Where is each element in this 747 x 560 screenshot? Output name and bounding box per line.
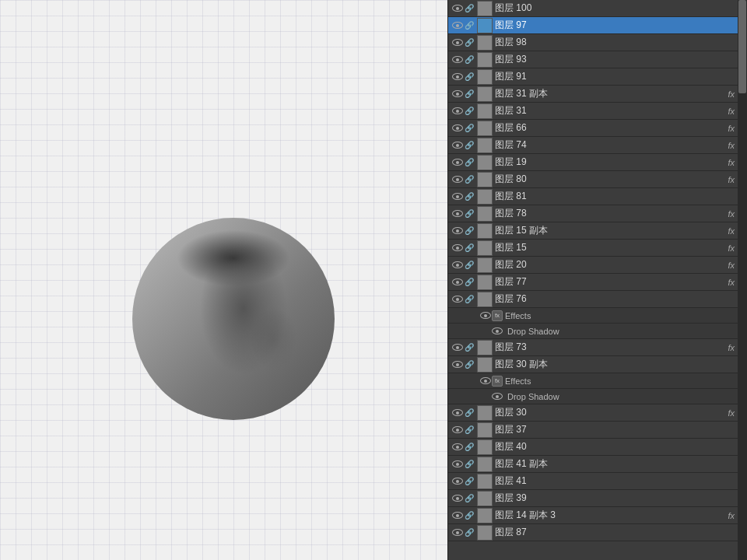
link-icon[interactable]: 🔗 <box>464 106 475 117</box>
link-icon[interactable]: 🔗 <box>464 527 475 538</box>
layer-row[interactable]: 🔗图层 76 <box>448 291 738 308</box>
link-icon[interactable]: 🔗 <box>464 260 475 271</box>
eye-icon[interactable] <box>451 459 464 470</box>
layer-name: 图层 97 <box>495 19 735 32</box>
eye-icon[interactable] <box>451 106 464 117</box>
layer-thumbnail <box>477 189 493 205</box>
link-icon[interactable]: 🔗 <box>464 459 475 470</box>
layer-row[interactable]: 🔗图层 37 <box>448 422 738 439</box>
link-icon[interactable]: 🔗 <box>464 425 475 436</box>
eye-icon[interactable] <box>451 425 464 436</box>
eye-icon[interactable] <box>451 226 464 236</box>
eye-icon[interactable] <box>451 476 464 487</box>
link-icon[interactable]: 🔗 <box>464 72 475 82</box>
link-icon[interactable]: 🔗 <box>464 3 475 14</box>
link-icon[interactable]: 🔗 <box>464 493 475 504</box>
eye-icon[interactable] <box>451 20 464 31</box>
layer-row[interactable]: 🔗图层 73fx <box>448 339 738 356</box>
link-icon[interactable]: 🔗 <box>464 476 475 487</box>
link-icon[interactable]: 🔗 <box>464 442 475 453</box>
layer-row[interactable]: 🔗图层 41 <box>448 473 738 490</box>
link-icon[interactable]: 🔗 <box>464 294 475 305</box>
link-icon[interactable]: 🔗 <box>464 277 475 288</box>
link-icon[interactable]: 🔗 <box>464 243 475 254</box>
layer-row[interactable]: 🔗图层 31 副本fx <box>448 86 738 103</box>
layer-row[interactable]: 🔗图层 41 副本 <box>448 456 738 473</box>
eye-icon[interactable] <box>451 359 464 370</box>
effect-eye-icon[interactable] <box>479 310 492 321</box>
eye-icon[interactable] <box>451 157 464 168</box>
link-icon[interactable]: 🔗 <box>464 226 475 236</box>
eye-icon[interactable] <box>451 54 464 65</box>
eye-icon[interactable] <box>451 37 464 48</box>
effect-eye-icon[interactable] <box>479 376 492 387</box>
link-icon[interactable]: 🔗 <box>464 89 475 100</box>
eye-icon[interactable] <box>451 123 464 134</box>
eye-icon[interactable] <box>451 72 464 82</box>
layer-row[interactable]: 🔗图层 77fx <box>448 274 738 291</box>
layer-row[interactable]: 🔗图层 91 <box>448 68 738 86</box>
link-icon[interactable]: 🔗 <box>464 510 475 521</box>
eye-icon[interactable] <box>451 3 464 14</box>
layer-row[interactable]: 🔗图层 40 <box>448 439 738 456</box>
layer-row[interactable]: 🔗图层 15 副本fx <box>448 222 738 240</box>
scrollbar[interactable] <box>738 0 747 560</box>
layer-row[interactable]: 🔗图层 87 <box>448 524 738 541</box>
link-icon[interactable]: 🔗 <box>464 140 475 151</box>
layers-list[interactable]: 🔗图层 100🔗图层 97🔗图层 98🔗图层 93🔗图层 91🔗图层 31 副本… <box>448 0 747 560</box>
layer-row[interactable]: 🔗图层 20fx <box>448 257 738 274</box>
layer-thumbnail <box>477 292 493 307</box>
layer-row[interactable]: 🔗图层 81 <box>448 188 738 205</box>
link-icon[interactable]: 🔗 <box>464 208 475 219</box>
eye-icon[interactable] <box>451 408 464 418</box>
eye-icon[interactable] <box>451 527 464 538</box>
layer-row[interactable]: 🔗图层 97 <box>448 17 738 34</box>
eye-icon[interactable] <box>451 493 464 504</box>
layer-row[interactable]: 🔗图层 98 <box>448 34 738 51</box>
eye-icon[interactable] <box>451 174 464 185</box>
layer-row[interactable]: 🔗图层 19fx <box>448 154 738 171</box>
eye-icon[interactable] <box>451 140 464 151</box>
link-icon[interactable]: 🔗 <box>464 174 475 185</box>
fx-badge: fx <box>728 107 735 116</box>
layer-row[interactable]: 🔗图层 66fx <box>448 120 738 137</box>
link-icon[interactable]: 🔗 <box>464 359 475 370</box>
eye-icon[interactable] <box>451 191 464 202</box>
link-icon[interactable]: 🔗 <box>464 123 475 134</box>
fx-badge: fx <box>728 261 735 270</box>
eye-icon[interactable] <box>451 442 464 453</box>
layer-row[interactable]: 🔗图层 100 <box>448 0 738 17</box>
link-icon[interactable]: 🔗 <box>464 157 475 168</box>
link-icon[interactable]: 🔗 <box>464 54 475 65</box>
link-icon[interactable]: 🔗 <box>464 191 475 202</box>
eye-icon[interactable] <box>451 510 464 521</box>
eye-icon[interactable] <box>451 294 464 305</box>
layer-row[interactable]: 🔗图层 31fx <box>448 103 738 120</box>
layer-row[interactable]: 🔗图层 30fx <box>448 404 738 422</box>
drop-shadow-eye-icon[interactable] <box>491 326 503 337</box>
scrollbar-thumb[interactable] <box>738 0 746 93</box>
layer-name: 图层 74 <box>495 138 724 152</box>
photo-sim <box>132 218 335 420</box>
layer-row[interactable]: 🔗图层 39 <box>448 490 738 507</box>
eye-icon[interactable] <box>451 260 464 271</box>
eye-icon[interactable] <box>451 342 464 353</box>
layer-row[interactable]: 🔗图层 15fx <box>448 240 738 257</box>
layer-row[interactable]: 🔗图层 78fx <box>448 205 738 222</box>
layer-row[interactable]: 🔗图层 74fx <box>448 137 738 154</box>
layer-name: 图层 37 <box>495 423 735 436</box>
layer-row[interactable]: 🔗图层 30 副本 <box>448 356 738 373</box>
drop-shadow-eye-icon[interactable] <box>491 391 503 402</box>
eye-icon[interactable] <box>451 277 464 288</box>
eye-icon[interactable] <box>451 208 464 219</box>
link-icon[interactable]: 🔗 <box>464 20 475 31</box>
eye-icon[interactable] <box>451 89 464 100</box>
link-icon[interactable]: 🔗 <box>464 37 475 48</box>
layer-row[interactable]: 🔗图层 80fx <box>448 171 738 188</box>
drop-shadow-label: Drop Shadow <box>503 327 559 336</box>
layer-row[interactable]: 🔗图层 93 <box>448 51 738 68</box>
layer-row[interactable]: 🔗图层 14 副本 3fx <box>448 507 738 524</box>
eye-icon[interactable] <box>451 243 464 254</box>
link-icon[interactable]: 🔗 <box>464 342 475 353</box>
link-icon[interactable]: 🔗 <box>464 408 475 418</box>
